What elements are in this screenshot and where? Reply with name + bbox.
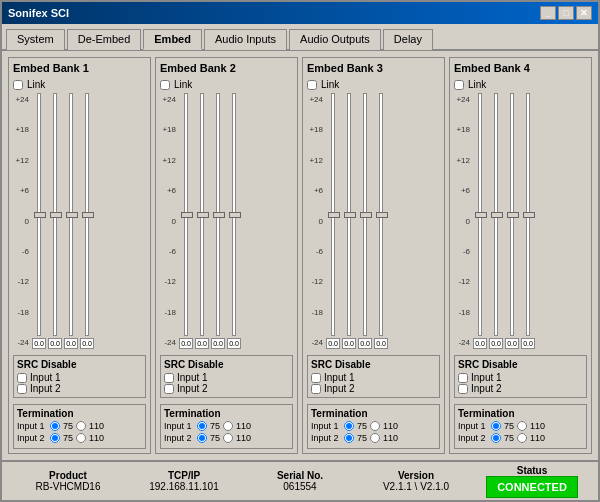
bank-3-term-row-1-radio-75[interactable] [344,421,354,431]
tab-system[interactable]: System [6,29,65,50]
bank-2-term-row-1-radio-group: 75110 [197,421,251,431]
bank-1-fader-3-track[interactable] [69,93,73,336]
close-button[interactable]: ✕ [576,6,592,20]
tab-de-embed[interactable]: De-Embed [67,29,142,50]
bank-2-term-row-2-radio-75[interactable] [197,433,207,443]
bank-1-term-row-2-radio-75[interactable] [50,433,60,443]
tab-bar: System De-Embed Embed Audio Inputs Audio… [2,24,598,51]
bank-2-fader-4-track[interactable] [232,93,236,336]
bank-3-link-checkbox[interactable] [307,80,317,90]
bank-4-src-input-2-row: Input 2 [458,383,583,394]
bank-1-fader-1-track[interactable] [37,93,41,336]
bank-2-term-row-1-label: Input 1 [164,421,194,431]
main-window: Sonifex SCI _ □ ✕ System De-Embed Embed … [0,0,600,502]
bank-4-link-checkbox[interactable] [454,80,464,90]
bank-4-fader-3-thumb[interactable] [507,212,519,218]
bank-1-term-row-1: Input 175110 [17,421,142,431]
bank-3-fader-4-value: 0.0 [374,338,388,349]
bank-4-fader-1-track[interactable] [478,93,482,336]
bank-3-fader-3-track[interactable] [363,93,367,336]
bank-2-fader-2-track[interactable] [200,93,204,336]
bank-4-term-row-1-radio-110[interactable] [517,421,527,431]
bank-1-term-row-2-radio-110[interactable] [76,433,86,443]
tab-delay[interactable]: Delay [383,29,433,50]
bank-1-src-input-2-checkbox[interactable] [17,384,27,394]
bank-1-term-row-1-radio-110[interactable] [76,421,86,431]
bank-1-fader-3-thumb[interactable] [66,212,78,218]
tab-audio-inputs[interactable]: Audio Inputs [204,29,287,50]
bank-3-fader-2-thumb[interactable] [344,212,356,218]
maximize-button[interactable]: □ [558,6,574,20]
bank-4-fader-4-track[interactable] [526,93,530,336]
bank-1-fader-1-thumb[interactable] [34,212,46,218]
bank-3-src-input-2-checkbox[interactable] [311,384,321,394]
bank-4-term-row-2-radio-75[interactable] [491,433,501,443]
minimize-button[interactable]: _ [540,6,556,20]
bank-4: Embed Bank 4Link+24+18+12+60-6-12-18-240… [449,57,592,454]
bank-3-term-row-2-radio-75[interactable] [344,433,354,443]
bank-2-fader-3-track[interactable] [216,93,220,336]
bank-4-link-row: Link [454,79,587,90]
bank-4-scale: +24+18+12+60-6-12-18-24 [454,93,470,349]
bank-1-link-checkbox[interactable] [13,80,23,90]
tab-audio-outputs[interactable]: Audio Outputs [289,29,381,50]
bank-1-fader-2-track[interactable] [53,93,57,336]
bank-2-src-input-1-checkbox[interactable] [164,373,174,383]
bank-2-term-row-1-radio-110[interactable] [223,421,233,431]
status-bar: Product RB-VHCMD16 TCP/IP 192.168.11.101… [2,460,598,500]
bank-4-fader-2-thumb[interactable] [491,212,503,218]
tab-embed[interactable]: Embed [143,29,202,50]
bank-4-fader-2-track[interactable] [494,93,498,336]
bank-4-src-input-2-checkbox[interactable] [458,384,468,394]
tcpip-label: TCP/IP [168,470,200,481]
bank-3-fader-1-track[interactable] [331,93,335,336]
version-label: Version [398,470,434,481]
bank-3-term-row-1-radio-110[interactable] [370,421,380,431]
bank-2-fader-4-thumb[interactable] [229,212,241,218]
bank-4-src-input-1-checkbox[interactable] [458,373,468,383]
bank-3-fader-1-thumb[interactable] [328,212,340,218]
bank-2-fader-3-thumb[interactable] [213,212,225,218]
bank-3-term-row-1-label: Input 1 [311,421,341,431]
bank-4-term-row-2-radio-110[interactable] [517,433,527,443]
bank-2-fader-2-value: 0.0 [195,338,209,349]
bank-2-link-checkbox[interactable] [160,80,170,90]
bank-3-term-row-2-radio-110[interactable] [370,433,380,443]
bank-3-src-input-1-checkbox[interactable] [311,373,321,383]
bank-1-src-input-1-checkbox[interactable] [17,373,27,383]
bank-2-fader-1-track[interactable] [184,93,188,336]
bank-3-fader-3-thumb[interactable] [360,212,372,218]
bank-1-term-row-2: Input 275110 [17,433,142,443]
bank-2-fader-1-thumb[interactable] [181,212,193,218]
bank-2-term-row-2-radio-110[interactable] [223,433,233,443]
bank-1-fader-4-track[interactable] [85,93,89,336]
bank-1-fader-3-container: 0.0 [64,93,78,349]
bank-1-fader-2-thumb[interactable] [50,212,62,218]
bank-3-fader-1-container: 0.0 [326,93,340,349]
product-value: RB-VHCMD16 [35,481,100,492]
bank-1-fader-4-thumb[interactable] [82,212,94,218]
bank-1-term-row-1-radio-75[interactable] [50,421,60,431]
bank-3-fader-4-track[interactable] [379,93,383,336]
bank-4-term-row-1-radio-75[interactable] [491,421,501,431]
bank-3-fader-2-track[interactable] [347,93,351,336]
bank-2-title: Embed Bank 2 [160,62,293,74]
bank-2-src-input-1-row: Input 1 [164,372,289,383]
bank-2-src-input-2-checkbox[interactable] [164,384,174,394]
bank-2-src-input-2-row: Input 2 [164,383,289,394]
bank-2-fader-2-thumb[interactable] [197,212,209,218]
bank-4-src-input-2-label: Input 2 [471,383,502,394]
bank-4-fader-4-thumb[interactable] [523,212,535,218]
bank-2-link-row: Link [160,79,293,90]
bank-3-fader-4-thumb[interactable] [376,212,388,218]
status-info: Status CONNECTED [474,465,590,498]
bank-4-fader-1-thumb[interactable] [475,212,487,218]
bank-4-term-row-2-label: Input 2 [458,433,488,443]
bank-4-link-label: Link [468,79,486,90]
bank-2-term-row-1-radio-75[interactable] [197,421,207,431]
bank-4-term-title: Termination [458,408,583,419]
bank-2-fader-area: +24+18+12+60-6-12-18-240.00.00.00.0 [160,93,293,349]
bank-4-fader-3-track[interactable] [510,93,514,336]
status-value: CONNECTED [486,476,578,498]
bank-3-src-input-2-label: Input 2 [324,383,355,394]
